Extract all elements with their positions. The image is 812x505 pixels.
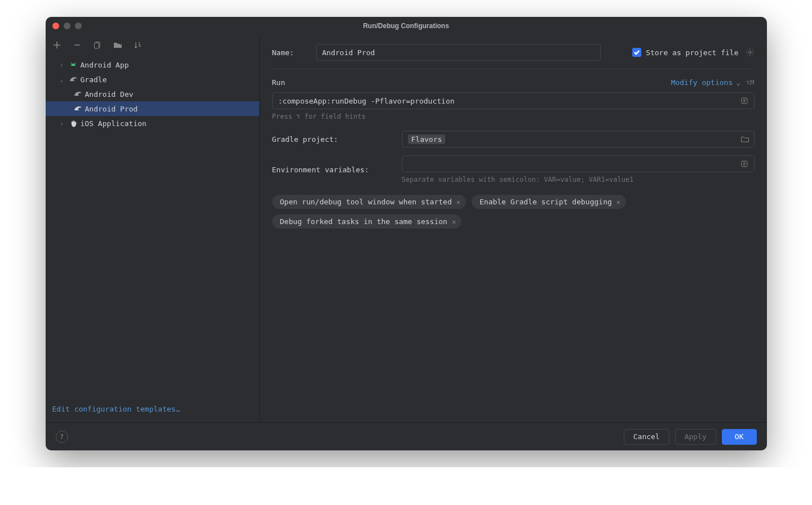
env-hint: Separate variables with semicolon: VAR=v… xyxy=(402,176,755,184)
name-row: Name: Store as project file xyxy=(272,44,755,61)
modify-options-link[interactable]: Modify options ⌄ ⌥M xyxy=(671,78,755,87)
store-checkbox[interactable] xyxy=(632,48,641,57)
expand-icon[interactable] xyxy=(739,97,749,105)
name-label: Name: xyxy=(272,48,307,57)
help-button[interactable]: ? xyxy=(56,431,68,443)
run-tasks-input[interactable] xyxy=(278,97,735,105)
chip-open-tool-window[interactable]: Open run/debug tool window when started … xyxy=(272,195,466,209)
gradle-icon xyxy=(73,105,83,112)
chip-label: Open run/debug tool window when started xyxy=(280,198,452,206)
gradle-project-value: Flavors xyxy=(408,135,446,144)
gradle-project-label: Gradle project: xyxy=(272,135,396,144)
tree-item-label: Android App xyxy=(81,61,129,69)
apple-icon xyxy=(68,119,78,127)
tree-item-label: iOS Application xyxy=(81,119,147,128)
option-chips: Open run/debug tool window when started … xyxy=(272,195,755,229)
divider xyxy=(272,69,755,69)
svg-point-2 xyxy=(72,65,72,65)
sidebar-footer: Edit configuration templates… xyxy=(46,399,259,422)
close-icon[interactable]: ✕ xyxy=(452,218,456,226)
fields-grid: Gradle project: Flavors Environment vari… xyxy=(272,131,755,184)
gradle-project-select[interactable]: Flavors xyxy=(402,131,755,148)
chip-debug-forked-tasks[interactable]: Debug forked tasks in the same session ✕ xyxy=(272,214,462,229)
chip-enable-script-debugging[interactable]: Enable Gradle script debugging ✕ xyxy=(472,195,626,209)
chip-label: Enable Gradle script debugging xyxy=(480,198,612,206)
tree-item-ios-app[interactable]: › iOS Application xyxy=(46,116,259,131)
modify-shortcut: ⌥M xyxy=(746,79,754,87)
folder-icon[interactable] xyxy=(740,135,749,143)
sidebar: › Android App ⌄ Gradle xyxy=(46,35,260,422)
tree-item-label: Android Prod xyxy=(85,105,138,113)
store-label: Store as project file xyxy=(646,48,738,57)
chevron-down-icon: ⌄ xyxy=(736,78,740,87)
svg-rect-1 xyxy=(94,43,99,48)
tree-item-gradle[interactable]: ⌄ Gradle xyxy=(46,72,259,87)
run-hint: Press ⌥ for field hints xyxy=(272,113,755,120)
main-panel: Name: Store as project file Run xyxy=(260,35,767,422)
titlebar: Run/Debug Configurations xyxy=(46,17,767,35)
name-input[interactable] xyxy=(316,44,601,61)
tree-item-label: Android Dev xyxy=(85,90,134,99)
expand-icon[interactable] xyxy=(739,160,749,168)
sort-button[interactable] xyxy=(132,39,144,51)
sidebar-toolbar xyxy=(46,35,259,55)
cancel-button[interactable]: Cancel xyxy=(624,429,669,445)
run-label: Run xyxy=(272,78,285,87)
dialog-footer: ? Cancel Apply OK xyxy=(46,422,767,450)
gradle-icon xyxy=(73,91,83,97)
config-form: Name: Store as project file Run xyxy=(260,35,767,422)
android-icon xyxy=(68,61,78,69)
tree-item-android-prod[interactable]: Android Prod xyxy=(46,101,259,116)
tree-item-android-app[interactable]: › Android App xyxy=(46,57,259,72)
config-tree: › Android App ⌄ Gradle xyxy=(46,55,259,399)
chip-label: Debug forked tasks in the same session xyxy=(280,217,447,226)
edit-templates-link[interactable]: Edit configuration templates… xyxy=(52,405,180,413)
run-section-head: Run Modify options ⌄ ⌥M xyxy=(272,78,755,87)
dialog-window: Run/Debug Configurations xyxy=(46,17,767,450)
chevron-right-icon: › xyxy=(58,120,66,127)
close-icon[interactable]: ✕ xyxy=(456,198,460,206)
add-config-button[interactable] xyxy=(51,39,63,51)
gear-icon[interactable] xyxy=(746,48,755,57)
close-icon[interactable]: ✕ xyxy=(616,198,620,206)
store-as-project[interactable]: Store as project file xyxy=(632,48,754,57)
chevron-right-icon: › xyxy=(58,62,66,68)
folder-button[interactable] xyxy=(112,39,123,51)
chevron-down-icon: ⌄ xyxy=(58,77,66,83)
run-tasks-input-wrapper xyxy=(272,92,755,109)
dialog-body: › Android App ⌄ Gradle xyxy=(46,35,767,422)
svg-point-3 xyxy=(74,65,74,65)
env-vars-input[interactable] xyxy=(408,160,735,168)
tree-item-label: Gradle xyxy=(81,75,107,84)
gradle-icon xyxy=(68,76,78,83)
copy-config-button[interactable] xyxy=(92,39,103,51)
env-vars-input-wrapper xyxy=(402,155,755,172)
modify-options-label: Modify options xyxy=(671,78,733,87)
remove-config-button[interactable] xyxy=(72,39,83,51)
svg-point-4 xyxy=(748,51,751,53)
ok-button[interactable]: OK xyxy=(722,429,757,445)
env-vars-label: Environment variables: xyxy=(272,166,396,174)
tree-item-android-dev[interactable]: Android Dev xyxy=(46,87,259,101)
window-title: Run/Debug Configurations xyxy=(46,22,767,30)
apply-button[interactable]: Apply xyxy=(675,429,716,445)
